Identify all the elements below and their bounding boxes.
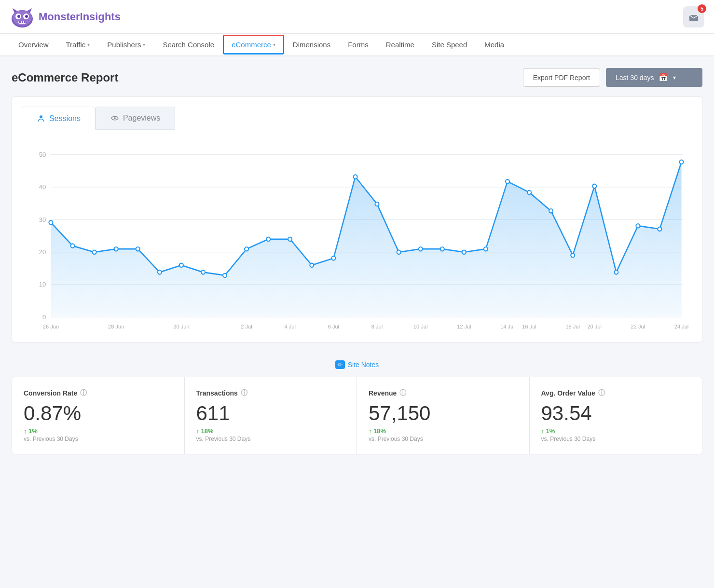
svg-point-5 [25,15,28,18]
info-icon[interactable]: ⓘ [399,389,406,397]
metric-vs-avg-order-value: vs. Previous 30 Days [541,436,691,442]
report-actions: Export PDF Report Last 30 days 📅 ▾ [523,68,702,87]
pencil-icon: ✏ [335,360,345,369]
metric-card-transactions: Transactions ⓘ 611 ↑ 18% vs. Previous 30… [185,377,357,454]
svg-text:16 Jul: 16 Jul [522,323,536,329]
nav-item-forms[interactable]: Forms [339,34,377,55]
logo-text: MonsterInsights [39,11,121,23]
metric-vs-conversion-rate: vs. Previous 30 Days [24,436,173,442]
nav-item-traffic[interactable]: Traffic ▾ [57,34,99,55]
svg-point-42 [353,175,357,178]
svg-text:50: 50 [39,151,46,158]
tab-pageviews[interactable]: Pageviews [96,107,175,130]
svg-text:8 Jul: 8 Jul [371,323,383,329]
metric-value-avg-order-value: 93.54 [541,402,691,424]
svg-point-52 [571,253,575,257]
inbox-icon [688,12,699,22]
svg-text:30 Jun: 30 Jun [173,323,189,329]
svg-text:28 Jun: 28 Jun [108,323,124,329]
metric-value-revenue: 57,150 [369,402,518,424]
metric-value-conversion-rate: 0.87% [24,402,173,424]
svg-text:10: 10 [39,281,46,288]
svg-point-56 [658,227,661,231]
nav-item-overview[interactable]: Overview [10,34,57,55]
date-range-button[interactable]: Last 30 days 📅 ▾ [606,68,702,87]
svg-text:0: 0 [42,313,46,320]
metric-change-conversion-rate: ↑ 1% [24,427,173,435]
info-icon[interactable]: ⓘ [241,389,247,397]
tab-sessions[interactable]: Sessions [22,107,96,130]
metric-change-avg-order-value: ↑ 1% [541,427,691,435]
svg-point-57 [680,160,684,164]
nav-item-dimensions[interactable]: Dimensions [284,34,339,55]
report-header: eCommerce Report Export PDF Report Last … [12,68,702,87]
svg-point-47 [462,250,466,254]
svg-text:22 Jul: 22 Jul [631,323,645,329]
page-title: eCommerce Report [12,71,118,84]
svg-point-50 [527,191,531,194]
chevron-down-icon: ▾ [673,74,676,81]
svg-point-33 [158,270,162,274]
svg-point-37 [245,247,248,251]
svg-point-13 [40,115,42,118]
calendar-icon: 📅 [659,73,668,82]
metric-change-revenue: ↑ 18% [369,427,518,435]
svg-point-54 [614,270,618,274]
logo-area: MonsterInsights [10,4,121,29]
site-notes-bar: ✏ Site Notes [12,352,702,377]
metric-change-transactions: ↑ 18% [196,427,345,435]
nav-item-media[interactable]: Media [476,34,513,55]
main-content: eCommerce Report Export PDF Report Last … [0,56,714,466]
svg-text:20: 20 [39,248,46,256]
svg-rect-9 [19,21,21,23]
nav-item-ecommerce[interactable]: eCommerce ▾ [223,35,284,55]
export-pdf-button[interactable]: Export PDF Report [523,68,600,87]
svg-point-39 [288,237,292,241]
chevron-down-icon: ▾ [143,42,145,47]
svg-point-46 [440,247,444,251]
nav-item-publishers[interactable]: Publishers ▾ [98,34,154,55]
svg-point-51 [549,209,553,213]
nav-item-realtime[interactable]: Realtime [377,34,423,55]
svg-point-40 [310,263,314,267]
nav-item-site-speed[interactable]: Site Speed [423,34,476,55]
notification-button[interactable]: 5 [683,6,704,27]
site-notes-button[interactable]: ✏ Site Notes [335,360,379,369]
metric-vs-transactions: vs. Previous 30 Days [196,436,345,442]
svg-text:40: 40 [39,183,46,191]
svg-point-15 [114,117,116,119]
nav-bar: Overview Traffic ▾ Publishers ▾ Search C… [0,34,714,56]
eye-icon [110,114,119,123]
info-icon[interactable]: ⓘ [80,389,87,397]
svg-point-35 [201,270,205,274]
svg-text:2 Jul: 2 Jul [241,323,252,329]
svg-text:26 Jun: 26 Jun [43,323,59,329]
chart-card: Sessions Pageviews [12,96,702,342]
svg-point-29 [71,244,75,247]
logo-icon [10,4,35,29]
metric-card-avg-order-value: Avg. Order Value ⓘ 93.54 ↑ 1% vs. Previo… [530,377,702,454]
svg-text:14 Jul: 14 Jul [500,323,515,329]
svg-text:20 Jul: 20 Jul [587,323,602,329]
svg-point-30 [93,250,96,254]
svg-point-36 [223,273,227,277]
svg-point-31 [114,247,118,251]
svg-point-34 [179,263,183,267]
svg-text:24 Jul: 24 Jul [674,323,689,329]
svg-point-49 [506,179,509,183]
svg-point-28 [49,220,53,224]
info-icon[interactable]: ⓘ [598,389,605,397]
metric-card-conversion-rate: Conversion Rate ⓘ 0.87% ↑ 1% vs. Previou… [12,377,185,454]
svg-text:10 Jul: 10 Jul [413,323,428,329]
svg-rect-10 [22,21,23,23]
chart-area: 0 10 20 30 40 50 [22,139,692,332]
metric-card-revenue: Revenue ⓘ 57,150 ↑ 18% vs. Previous 30 D… [357,377,530,454]
metric-cards: Conversion Rate ⓘ 0.87% ↑ 1% vs. Previou… [12,377,702,454]
metric-value-transactions: 611 [196,402,345,424]
svg-point-45 [419,247,423,251]
chevron-down-icon: ▾ [87,42,90,47]
svg-rect-11 [24,21,26,23]
nav-item-search-console[interactable]: Search Console [154,34,223,55]
notification-badge: 5 [698,4,706,13]
metric-vs-revenue: vs. Previous 30 Days [369,436,518,442]
